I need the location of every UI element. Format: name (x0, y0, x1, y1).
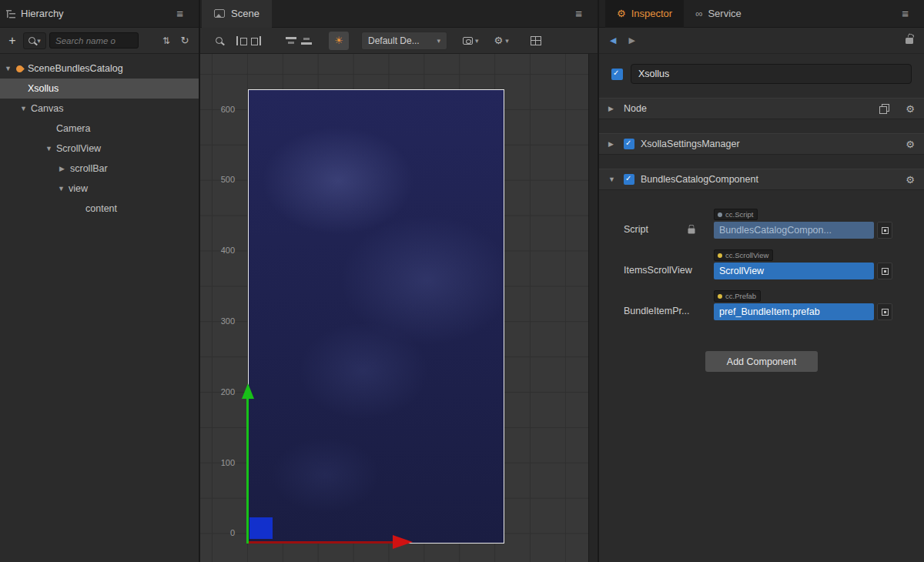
reference-picker-button[interactable] (877, 303, 892, 320)
chevron-right-icon[interactable]: ▶ (608, 140, 618, 148)
menu-icon[interactable]: ≡ (902, 7, 909, 20)
tree-item-label: SceneBundlesCatalog (28, 63, 123, 74)
lock-icon (688, 228, 695, 233)
tree-item-label: content (85, 203, 117, 214)
send-backward-icon (301, 36, 312, 45)
inspector-panel: ⚙ Inspector ∞ Service ≡ ◀ ▶ ▶ Node ⚙ ▶ (599, 0, 924, 562)
caret-down-icon: ▾ (505, 37, 509, 45)
add-component-button[interactable]: Add Component (705, 351, 818, 372)
node-name-row (611, 64, 912, 84)
search-input[interactable] (49, 32, 139, 49)
tab-scene[interactable]: Scene (202, 0, 272, 28)
chevron-down-icon[interactable]: ▼ (20, 105, 31, 112)
tree-item-scrollbar[interactable]: ▶ scrollBar (0, 159, 199, 179)
chevron-down-icon[interactable]: ▼ (45, 145, 56, 152)
origin-node[interactable] (249, 517, 273, 539)
x-axis-gizmo[interactable] (249, 541, 393, 544)
tree-item-content[interactable]: content (0, 199, 199, 219)
canvas-node-bounds[interactable] (248, 89, 504, 544)
search-filter-button[interactable]: ▾ (23, 32, 46, 49)
tree-item-label: Camera (56, 123, 90, 134)
tree-item-scrollview[interactable]: ▼ ScrollView (0, 139, 199, 159)
tree-item-label: ScrollView (56, 143, 101, 154)
service-tab-label: Service (708, 8, 741, 19)
active-checkbox[interactable] (611, 69, 623, 80)
menu-icon[interactable]: ≡ (575, 7, 582, 20)
type-dot-icon (718, 253, 722, 258)
gear-icon: ⚙ (494, 35, 504, 46)
scene-vertical-scrollbar[interactable] (588, 54, 598, 562)
y-axis-gizmo[interactable] (246, 399, 249, 544)
type-badge: cc.Prefab (714, 290, 761, 302)
grid-icon (531, 36, 541, 45)
chevron-down-icon[interactable]: ▼ (608, 176, 618, 183)
gear-icon[interactable]: ⚙ (906, 103, 915, 115)
chevron-down-icon[interactable]: ▼ (5, 65, 15, 72)
section-xsolla-settings-manager[interactable]: ▶ XsollaSettingsManager ⚙ (599, 133, 924, 155)
tree-item-scene-root[interactable]: ▼ SceneBundlesCatalog (0, 59, 199, 79)
unlock-icon[interactable] (906, 38, 913, 44)
property-label-cell: ItemsScrollView (599, 263, 714, 279)
create-node-button[interactable]: + (5, 32, 20, 49)
history-forward-button[interactable]: ▶ (628, 35, 634, 45)
tree-item-label: view (69, 183, 88, 194)
tree-item-canvas[interactable]: ▼ Canvas (0, 99, 199, 119)
hierarchy-tree: ▼ SceneBundlesCatalog Xsollus ▼ Canvas C… (0, 54, 199, 219)
view-mode-button[interactable]: ▾ (463, 32, 479, 50)
tab-inspector[interactable]: ⚙ Inspector (605, 0, 684, 28)
property-items-scrollview: ItemsScrollView cc.ScrollView ScrollView (599, 249, 924, 279)
gizmo-toggle-button[interactable]: ☀ (329, 32, 349, 50)
reference-picker-button[interactable] (877, 222, 892, 239)
component-enabled-checkbox[interactable] (624, 174, 634, 185)
collapse-all-button[interactable]: ⇅ (159, 32, 174, 49)
hierarchy-header: Hierarchy ≡ (0, 0, 199, 28)
property-label-cell: Script (599, 222, 714, 239)
layers-icon[interactable] (879, 104, 889, 113)
script-value-field[interactable]: BundlesCatalogCompon... (714, 222, 874, 239)
gear-icon[interactable]: ⚙ (906, 174, 915, 186)
prefab-value-field[interactable]: pref_BundleItem.prefab (714, 303, 874, 320)
history-back-button[interactable]: ◀ (610, 35, 616, 45)
refresh-button[interactable]: ↻ (177, 32, 192, 49)
move-out-button[interactable] (251, 32, 261, 50)
picker-target-icon (882, 268, 889, 275)
tree-item-xsollus[interactable]: Xsollus (0, 79, 199, 99)
property-label: ItemsScrollView (624, 265, 692, 276)
property-label: Script (624, 224, 648, 235)
chevron-right-icon[interactable]: ▶ (59, 165, 70, 172)
zoom-button[interactable] (216, 32, 223, 50)
gear-icon: ⚙ (617, 8, 626, 19)
tab-service[interactable]: ∞ Service (684, 0, 753, 28)
send-backward-button[interactable] (301, 32, 312, 50)
move-in-button[interactable] (236, 32, 246, 50)
menu-icon[interactable]: ≡ (176, 7, 183, 20)
scene-tab-label: Scene (231, 8, 259, 19)
editor-window: Hierarchy ≡ + ▾ ⇅ ↻ ▼ SceneBundlesCatalo… (0, 0, 924, 562)
chevron-down-icon[interactable]: ▼ (58, 185, 69, 192)
tree-item-view[interactable]: ▼ view (0, 179, 199, 199)
y-axis-arrow-icon[interactable] (242, 383, 254, 399)
section-bundles-catalog-component[interactable]: ▼ BundlesCatalogComponent ⚙ (599, 169, 924, 190)
type-badge: cc.ScrollView (714, 249, 773, 261)
x-axis-arrow-icon[interactable] (393, 535, 413, 549)
scene-viewport[interactable]: 600 500 400 300 200 100 0 (200, 54, 598, 562)
chevron-right-icon[interactable]: ▶ (608, 105, 618, 112)
section-node[interactable]: ▶ Node ⚙ (599, 98, 924, 119)
node-name-input[interactable] (631, 64, 912, 84)
tree-item-camera[interactable]: Camera (0, 119, 199, 139)
picker-target-icon (882, 227, 889, 234)
reference-picker-button[interactable] (877, 263, 892, 279)
component-enabled-checkbox[interactable] (624, 139, 634, 149)
scene-settings-button[interactable]: ⚙ ▾ (494, 32, 509, 50)
hierarchy-panel: Hierarchy ≡ + ▾ ⇅ ↻ ▼ SceneBundlesCatalo… (0, 0, 199, 562)
camera-preview-dropdown[interactable]: Default De... ▾ (361, 32, 447, 50)
hierarchy-tree-icon (6, 9, 15, 18)
tree-item-label: Canvas (31, 103, 63, 114)
gear-icon[interactable]: ⚙ (906, 139, 915, 150)
tree-item-label: scrollBar (70, 163, 108, 174)
layout-grid-button[interactable] (531, 32, 541, 50)
bring-forward-button[interactable] (286, 32, 296, 50)
scrollview-value-field[interactable]: ScrollView (714, 263, 874, 279)
bring-forward-icon (286, 36, 296, 45)
type-badge: cc.Script (714, 209, 758, 220)
